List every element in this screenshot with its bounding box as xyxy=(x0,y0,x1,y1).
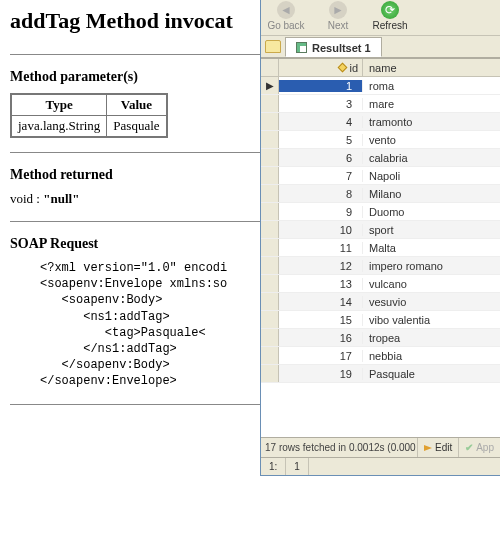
divider xyxy=(10,54,260,55)
table-row[interactable]: 10sport xyxy=(261,221,500,239)
cell-id[interactable]: 5 xyxy=(279,134,363,146)
grid-header: id name xyxy=(261,59,500,77)
result-grid[interactable]: id name ▶1roma3mare4tramonto5vento6calab… xyxy=(261,58,500,437)
row-gutter xyxy=(261,329,279,346)
row-gutter xyxy=(261,167,279,184)
returned-heading: Method returned xyxy=(10,167,260,183)
cell-id[interactable]: 6 xyxy=(279,152,363,164)
toolbar: ◄ Go back ► Next ⟳ Refresh xyxy=(261,0,500,36)
col-header-id[interactable]: id xyxy=(279,59,363,76)
table-row[interactable]: 9Duomo xyxy=(261,203,500,221)
cell-name[interactable]: tramonto xyxy=(363,116,500,128)
tab-resultset[interactable]: Resultset 1 xyxy=(285,37,382,57)
cell-name[interactable]: roma xyxy=(363,80,500,92)
row-gutter xyxy=(261,347,279,364)
row-gutter xyxy=(261,149,279,166)
cell-id[interactable]: 9 xyxy=(279,206,363,218)
row-gutter xyxy=(261,293,279,310)
cell-id[interactable]: 19 xyxy=(279,368,363,380)
row-gutter xyxy=(261,203,279,220)
row-gutter xyxy=(261,131,279,148)
cell-name[interactable]: vibo valentia xyxy=(363,314,500,326)
table-row[interactable]: 11Malta xyxy=(261,239,500,257)
soap-heading: SOAP Request xyxy=(10,236,260,252)
folder-icon[interactable] xyxy=(265,40,281,53)
pencil-icon xyxy=(424,445,432,451)
status-bar: 17 rows fetched in 0.0012s (0.000 Edit ✔… xyxy=(261,437,500,457)
key-icon xyxy=(338,63,348,73)
cell-id[interactable]: 1 xyxy=(279,80,363,92)
param-th-type: Type xyxy=(11,94,107,116)
next-button[interactable]: ► Next xyxy=(319,0,357,31)
cell-name[interactable]: mare xyxy=(363,98,500,110)
edit-button[interactable]: Edit xyxy=(417,438,458,457)
check-icon: ✔ xyxy=(465,442,473,453)
cell-id[interactable]: 7 xyxy=(279,170,363,182)
cell-name[interactable]: vento xyxy=(363,134,500,146)
cell-name[interactable]: Duomo xyxy=(363,206,500,218)
cell-name[interactable]: tropea xyxy=(363,332,500,344)
cell-id[interactable]: 3 xyxy=(279,98,363,110)
cell-name[interactable]: sport xyxy=(363,224,500,236)
table-row[interactable]: 5vento xyxy=(261,131,500,149)
grid-footer: 1: 1 xyxy=(261,457,500,475)
refresh-icon: ⟳ xyxy=(381,1,399,19)
soap-request-block: <?xml version="1.0" encodi <soapenv:Enve… xyxy=(40,260,260,390)
table-row[interactable]: 12impero romano xyxy=(261,257,500,275)
table-row[interactable]: 7Napoli xyxy=(261,167,500,185)
cell-id[interactable]: 17 xyxy=(279,350,363,362)
cell-id[interactable]: 12 xyxy=(279,260,363,272)
cell-id[interactable]: 14 xyxy=(279,296,363,308)
footer-pos-a: 1: xyxy=(261,458,286,475)
row-gutter xyxy=(261,113,279,130)
col-header-name[interactable]: name xyxy=(363,59,500,76)
go-back-button[interactable]: ◄ Go back xyxy=(267,0,305,31)
cell-name[interactable]: calabria xyxy=(363,152,500,164)
cell-name[interactable]: Napoli xyxy=(363,170,500,182)
cell-id[interactable]: 10 xyxy=(279,224,363,236)
cell-name[interactable]: Pasquale xyxy=(363,368,500,380)
db-panel: ◄ Go back ► Next ⟳ Refresh Resultset 1 i… xyxy=(260,0,500,476)
cell-name[interactable]: Milano xyxy=(363,188,500,200)
cell-id[interactable]: 11 xyxy=(279,242,363,254)
table-row[interactable]: 16tropea xyxy=(261,329,500,347)
footer-pos-b: 1 xyxy=(286,458,309,475)
param-th-value: Value xyxy=(107,94,167,116)
row-gutter xyxy=(261,239,279,256)
row-gutter xyxy=(261,365,279,382)
divider xyxy=(10,152,260,153)
refresh-button[interactable]: ⟳ Refresh xyxy=(371,0,409,31)
apply-button[interactable]: ✔ App xyxy=(458,438,500,457)
arrow-left-icon: ◄ xyxy=(277,1,295,19)
table-row[interactable]: ▶1roma xyxy=(261,77,500,95)
table-row[interactable]: 3mare xyxy=(261,95,500,113)
row-gutter: ▶ xyxy=(261,77,279,94)
arrow-right-icon: ► xyxy=(329,1,347,19)
cell-name[interactable]: vulcano xyxy=(363,278,500,290)
param-table: Type Value java.lang.String Pasquale xyxy=(10,93,168,138)
table-row[interactable]: 14vesuvio xyxy=(261,293,500,311)
cell-name[interactable]: vesuvio xyxy=(363,296,500,308)
table-row[interactable]: 4tramonto xyxy=(261,113,500,131)
row-gutter xyxy=(261,221,279,238)
cell-id[interactable]: 4 xyxy=(279,116,363,128)
table-row[interactable]: 17nebbia xyxy=(261,347,500,365)
cell-name[interactable]: impero romano xyxy=(363,260,500,272)
table-row[interactable]: 19Pasquale xyxy=(261,365,500,383)
page-title: addTag Method invocat xyxy=(10,8,260,34)
row-gutter xyxy=(261,185,279,202)
cell-id[interactable]: 15 xyxy=(279,314,363,326)
table-row[interactable]: 8Milano xyxy=(261,185,500,203)
cell-id[interactable]: 16 xyxy=(279,332,363,344)
table-row[interactable]: 6calabria xyxy=(261,149,500,167)
returned-value: void : "null" xyxy=(10,191,260,207)
cell-name[interactable]: nebbia xyxy=(363,350,500,362)
cell-id[interactable]: 8 xyxy=(279,188,363,200)
cell-name[interactable]: Malta xyxy=(363,242,500,254)
tab-strip: Resultset 1 xyxy=(261,36,500,58)
grid-icon xyxy=(296,42,307,53)
divider xyxy=(10,404,260,405)
table-row[interactable]: 15vibo valentia xyxy=(261,311,500,329)
cell-id[interactable]: 13 xyxy=(279,278,363,290)
table-row[interactable]: 13vulcano xyxy=(261,275,500,293)
